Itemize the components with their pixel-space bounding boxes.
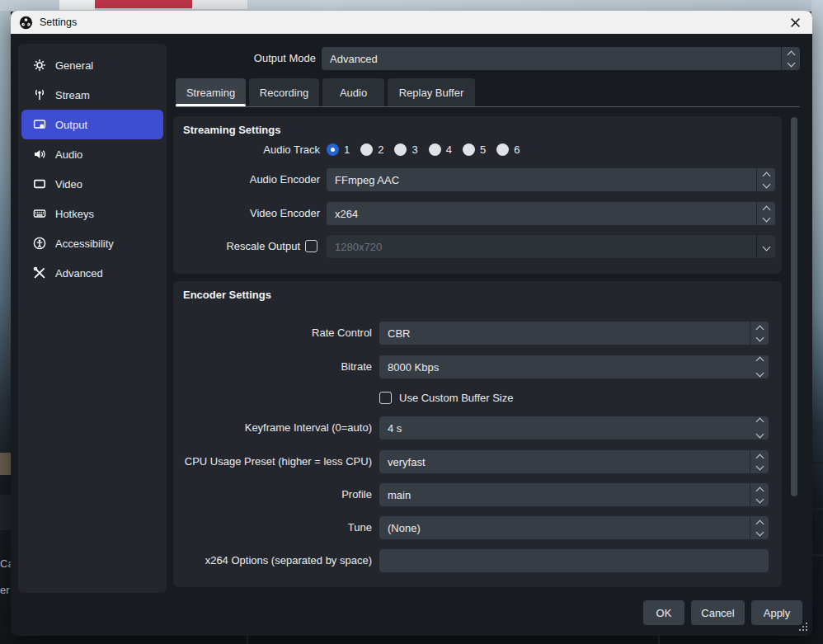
audio-track-option-4[interactable]: 4 [429, 143, 452, 156]
tab-streaming[interactable]: Streaming [176, 78, 246, 106]
combo-down-icon [756, 235, 775, 258]
resize-grip[interactable] [799, 623, 809, 632]
audio-track-option-2[interactable]: 2 [360, 143, 383, 156]
rescale-output-checkbox[interactable] [305, 240, 317, 252]
background-app-bottom [0, 636, 823, 644]
background-divider [811, 508, 823, 510]
combo-updown-icon[interactable] [756, 168, 775, 191]
combo-updown-icon[interactable] [750, 322, 769, 345]
use-custom-buffer-size-checkbox[interactable] [379, 392, 392, 404]
streaming-settings-panel: Streaming Settings Audio Track 1 2 3 4 5… [173, 116, 782, 274]
tab-pane-divider [176, 106, 800, 107]
speaker-icon [33, 148, 46, 161]
rescale-output-label: Rescale Output [173, 235, 300, 258]
sidebar-item-hotkeys[interactable]: Hotkeys [21, 199, 163, 228]
sidebar-item-label: Audio [55, 148, 82, 161]
audio-track-option-6[interactable]: 6 [496, 143, 520, 156]
sidebar-item-label: Video [55, 178, 82, 190]
background-text-fragment: Ca [0, 557, 11, 571]
spinner-updown-icon[interactable] [750, 416, 769, 440]
sidebar-item-general[interactable]: General [21, 50, 163, 80]
audio-track-label: Audio Track [173, 142, 320, 158]
radio-icon[interactable] [394, 143, 407, 156]
output-monitor-icon [33, 118, 46, 131]
sidebar-item-label: Output [55, 119, 87, 131]
sidebar-item-accessibility[interactable]: Accessibility [21, 228, 163, 258]
background-panel-fragment [0, 495, 11, 530]
background-app-left [0, 11, 11, 644]
sidebar-item-label: General [55, 59, 93, 72]
bitrate-spinbox[interactable]: 8000 Kbps [379, 355, 769, 378]
background-divider [658, 636, 660, 644]
combo-updown-icon[interactable] [750, 516, 769, 539]
profile-label: Profile [173, 483, 372, 506]
video-encoder-label: Video Encoder [173, 202, 320, 225]
sidebar-item-label: Advanced [55, 267, 103, 280]
x264-options-label: x264 Options (separated by space) [173, 549, 372, 572]
section-title: Encoder Settings [183, 289, 271, 301]
cpu-usage-preset-label: CPU Usage Preset (higher = less CPU) [173, 450, 372, 473]
background-divider [247, 636, 248, 644]
output-mode-label: Output Mode [245, 47, 316, 70]
background-divider [811, 462, 823, 464]
tab-audio[interactable]: Audio [322, 78, 384, 106]
sidebar-item-advanced[interactable]: Advanced [21, 258, 163, 288]
sidebar-item-label: Hotkeys [55, 208, 94, 220]
background-preview-fragment [0, 453, 11, 475]
background-text-fragment: er [0, 584, 11, 597]
gear-icon [33, 59, 46, 72]
use-custom-buffer-size-label: Use Custom Buffer Size [399, 387, 647, 410]
x264-options-input[interactable] [379, 549, 769, 572]
sidebar-item-label: Stream [55, 89, 90, 101]
sidebar-item-video[interactable]: Video [21, 169, 163, 199]
radio-icon[interactable] [429, 143, 441, 156]
encoder-settings-panel: Encoder Settings Rate Control CBR Bitrat… [173, 281, 782, 587]
sidebar-item-stream[interactable]: Stream [21, 80, 163, 110]
combo-updown-icon[interactable] [750, 483, 769, 506]
accessibility-icon [33, 237, 46, 250]
screen: Ca er Settings [0, 0, 823, 644]
background-window-strip [192, 0, 247, 9]
keyframe-interval-spinbox[interactable]: 4 s [379, 416, 769, 440]
radio-icon[interactable] [360, 143, 373, 156]
radio-icon[interactable] [463, 143, 475, 156]
audio-track-option-1[interactable]: 1 [327, 143, 350, 156]
active-tab-underline [176, 104, 246, 106]
tab-replay-buffer[interactable]: Replay Buffer [388, 78, 475, 106]
rate-control-select[interactable]: CBR [379, 322, 769, 345]
video-encoder-select[interactable]: x264 [327, 202, 775, 225]
audio-track-radio-group: 1 2 3 4 5 6 [327, 143, 520, 156]
tune-label: Tune [173, 516, 372, 539]
rescale-resolution-select: 1280x720 [327, 235, 775, 258]
dialog-titlebar[interactable]: Settings [11, 11, 812, 34]
audio-encoder-select[interactable]: FFmpeg AAC [327, 168, 775, 191]
apply-button[interactable]: Apply [751, 600, 802, 625]
sidebar-item-audio[interactable]: Audio [21, 139, 163, 169]
background-window-strip [59, 0, 95, 10]
cancel-button[interactable]: Cancel [691, 600, 745, 625]
combo-updown-icon[interactable] [750, 450, 769, 473]
cpu-usage-preset-select[interactable]: veryfast [379, 450, 769, 473]
background-divider [811, 554, 823, 557]
profile-select[interactable]: main [379, 483, 769, 506]
sidebar-item-label: Accessibility [55, 237, 114, 250]
radio-icon[interactable] [496, 143, 509, 156]
tab-recording[interactable]: Recording [249, 78, 319, 106]
sidebar-item-output[interactable]: Output [21, 110, 163, 139]
output-mode-select[interactable]: Advanced [322, 47, 800, 70]
ok-button[interactable]: OK [643, 600, 684, 625]
vertical-scrollbar[interactable] [791, 117, 797, 496]
keyboard-icon [33, 207, 46, 220]
rate-control-label: Rate Control [173, 322, 372, 345]
audio-track-option-5[interactable]: 5 [463, 143, 486, 156]
background-window-red-strip [95, 0, 192, 8]
radio-selected-icon[interactable] [327, 143, 339, 156]
tune-select[interactable]: (None) [379, 516, 769, 539]
combo-updown-icon[interactable] [756, 202, 775, 225]
spinner-updown-icon[interactable] [750, 355, 769, 378]
audio-encoder-label: Audio Encoder [173, 168, 320, 191]
settings-dialog: Settings General Stream [11, 11, 812, 636]
audio-track-option-3[interactable]: 3 [394, 143, 417, 156]
combo-updown-icon[interactable] [781, 47, 800, 70]
close-icon[interactable] [783, 14, 807, 31]
